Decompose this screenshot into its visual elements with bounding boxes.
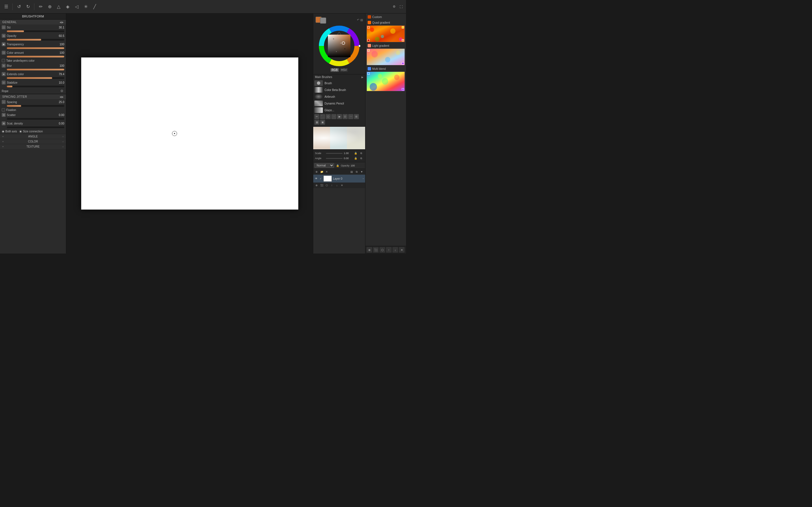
layers-bottom-btn-0[interactable]: ⊕	[314, 183, 319, 187]
multi-handle-tl[interactable]	[367, 72, 370, 75]
layers-bottom-btn-5[interactable]: ✕	[340, 183, 344, 187]
layer-folder-icon[interactable]: 📁	[319, 170, 324, 174]
take-underlayers-checkbox[interactable]	[2, 59, 5, 62]
fullscreen-icon[interactable]: ⛶	[398, 4, 404, 10]
layers-bottom-btn-4[interactable]: ↓	[335, 183, 339, 187]
brush-tool-btn-5[interactable]: ⊡	[343, 114, 348, 119]
blend-mode-select[interactable]: Normal	[314, 163, 334, 168]
multi-blend-preview[interactable]	[366, 71, 405, 91]
brush-tool-btn-0[interactable]: ✏	[314, 114, 319, 119]
scatter-density-slider-container[interactable]	[0, 126, 66, 129]
scatter-slider[interactable]	[7, 118, 64, 120]
color-wheel-container[interactable]	[318, 25, 360, 67]
size-connection-radio[interactable]: Size connection	[19, 130, 43, 133]
fill-icon[interactable]: △	[55, 3, 63, 11]
quad-handle-tr[interactable]	[402, 26, 404, 29]
brush-item-0[interactable]: Brush	[313, 80, 365, 87]
spacing-slider-container[interactable]	[0, 105, 66, 108]
gradient-icon[interactable]: ◁	[73, 3, 81, 11]
menu-icon[interactable]: ☰	[2, 3, 10, 11]
quad-handle-bl[interactable]	[367, 39, 370, 41]
size-slider-container[interactable]	[0, 30, 66, 33]
take-underlayers-row[interactable]: Take underlayers color	[0, 58, 66, 63]
layer-flatten-icon[interactable]: ▼	[359, 170, 364, 174]
brush-tool-icon[interactable]: ✏	[37, 3, 45, 11]
brush-tool-btn-4[interactable]: ▶	[337, 114, 342, 119]
light-handle-br[interactable]	[402, 62, 404, 64]
transparency-slider-container[interactable]	[0, 47, 66, 50]
brush-tool-btn-6[interactable]: ⋯	[348, 114, 353, 119]
light-handle-tl[interactable]	[367, 49, 370, 52]
spacing-jitter-header[interactable]: SPACING JITTER ◀▶	[0, 94, 66, 99]
scale-slider[interactable]	[326, 153, 343, 154]
quad-handle-br[interactable]	[402, 39, 404, 41]
size-connection-radio-dot[interactable]	[19, 130, 22, 133]
light-gradient-preview[interactable]	[366, 48, 405, 65]
brush-tool-btn-1[interactable]: ⬛	[320, 114, 325, 119]
redo-button[interactable]: ↻	[24, 3, 32, 11]
both-axis-radio-dot[interactable]	[2, 130, 4, 133]
spacing-slider[interactable]	[7, 105, 64, 107]
hsv-mode-btn[interactable]: HSV	[340, 68, 348, 72]
rgb-mode-btn[interactable]: RGB	[331, 68, 339, 72]
canvas-area[interactable]	[66, 13, 313, 253]
fixation-checkbox[interactable]	[2, 108, 5, 112]
angle-section-collapse[interactable]: + ANGLE −	[0, 134, 66, 139]
extends-color-slider-container[interactable]	[0, 77, 66, 80]
brush-tool-btn-8[interactable]: ▦	[314, 120, 319, 125]
brush-item-4[interactable]: Glaze...	[313, 107, 365, 114]
stabilize-slider-container[interactable]	[0, 86, 66, 88]
layers-bottom-btn-3[interactable]: ↑	[329, 183, 334, 187]
blur-slider[interactable]	[7, 69, 64, 70]
quad-gradient-preview[interactable]	[366, 25, 405, 42]
bottom-btn-1[interactable]: ⬛	[373, 247, 378, 252]
color-amount-slider-container[interactable]	[0, 55, 66, 58]
quad-handle-tl[interactable]	[367, 26, 370, 29]
scale-copy-icon[interactable]: ⧉	[359, 151, 363, 156]
bottom-btn-2[interactable]: ⬡	[379, 247, 385, 252]
general-section-header[interactable]: GENERAL ◀▶	[0, 19, 66, 24]
bottom-btn-4[interactable]: ↓	[393, 247, 398, 252]
layers-bottom-btn-1[interactable]: ⬛	[319, 183, 324, 187]
brush-tool-btn-9[interactable]: ▣	[320, 120, 325, 125]
pen-icon[interactable]: ╱	[91, 3, 99, 11]
brushes-expand-icon[interactable]: ▶	[361, 76, 363, 78]
color-history-icon[interactable]: ↶	[357, 18, 359, 21]
multi-handle-br[interactable]	[402, 88, 404, 91]
layer-minus-btn[interactable]: −	[363, 177, 364, 180]
opacity-slider-container[interactable]	[0, 39, 66, 41]
opacity-slider[interactable]	[7, 39, 64, 41]
brush-tool-btn-2[interactable]: ⬡	[326, 114, 331, 119]
layer-eye-0[interactable]: 👁	[314, 177, 318, 180]
brush-tool-btn-3[interactable]: ⬞	[331, 114, 336, 119]
scatter-density-slider[interactable]	[7, 126, 64, 128]
scatter-slider-container[interactable]	[0, 118, 66, 121]
brush-tool-btn-7[interactable]: ⊞	[354, 114, 359, 119]
both-axis-radio[interactable]: Both axis	[2, 130, 17, 133]
color-picker-center[interactable]	[328, 35, 350, 57]
extends-color-slider[interactable]	[7, 77, 64, 79]
canvas[interactable]	[81, 57, 298, 210]
brush-item-1[interactable]: Color Beta Brush	[313, 87, 365, 93]
color-section-collapse[interactable]: + COLOR −	[0, 139, 66, 144]
color-palette-icon[interactable]: ▤	[360, 18, 363, 21]
rope-settings-icon[interactable]: ⚙	[59, 89, 64, 93]
layer-arrange-icon[interactable]: ▤	[349, 170, 354, 174]
layer-row-0[interactable]: 👁 ✓ Layer 0 −	[313, 175, 365, 182]
blur-slider-container[interactable]	[0, 68, 66, 71]
bottom-btn-5[interactable]: ✕	[399, 247, 405, 252]
layer-merge-icon[interactable]: ⧉	[354, 170, 359, 174]
angle-lock-icon[interactable]: 🔒	[353, 156, 358, 161]
angle-copy-icon[interactable]: ⧉	[359, 156, 363, 161]
layer-add-icon[interactable]: ⊕	[314, 170, 319, 174]
snowflake-icon[interactable]: ✳	[82, 3, 90, 11]
stabilize-slider[interactable]	[7, 86, 64, 87]
layers-bottom-btn-2[interactable]: ⬡	[324, 183, 329, 187]
layer-delete-icon[interactable]: ✕	[324, 170, 329, 174]
background-color-swatch[interactable]	[320, 17, 326, 24]
transparency-slider[interactable]	[7, 47, 64, 49]
color-amount-slider[interactable]	[7, 56, 64, 57]
bottom-btn-3[interactable]: ↑	[386, 247, 392, 252]
brush-item-3[interactable]: Dynamic Pencil	[313, 100, 365, 107]
undo-button[interactable]: ↺	[15, 3, 23, 11]
